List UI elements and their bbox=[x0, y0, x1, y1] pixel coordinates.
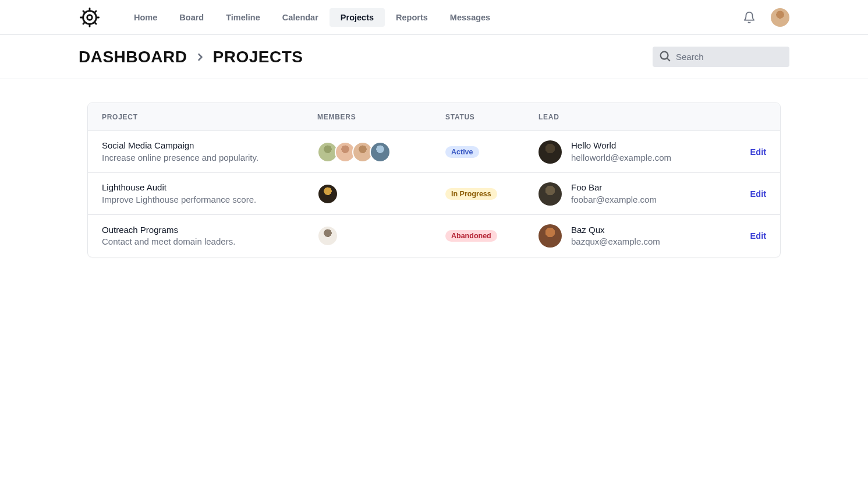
project-description: Improve Lighthouse performance score. bbox=[102, 194, 317, 206]
search-input[interactable] bbox=[653, 47, 789, 67]
user-avatar[interactable] bbox=[771, 8, 789, 27]
status-cell: Active bbox=[445, 146, 538, 158]
col-header-members: MEMBERS bbox=[317, 113, 445, 121]
content-area: PROJECT MEMBERS STATUS LEAD Social Media… bbox=[0, 79, 868, 281]
col-header-lead: LEAD bbox=[538, 113, 708, 121]
breadcrumb: DASHBOARD PROJECTS bbox=[79, 48, 303, 66]
project-cell: Lighthouse AuditImprove Lighthouse perfo… bbox=[102, 182, 317, 206]
edit-link[interactable]: Edit bbox=[750, 147, 766, 157]
lead-name: Hello World bbox=[571, 140, 671, 151]
primary-nav: HomeBoardTimelineCalendarProjectsReports… bbox=[123, 8, 501, 27]
lead-name: Baz Qux bbox=[571, 224, 660, 236]
nav-item-calendar[interactable]: Calendar bbox=[271, 8, 330, 27]
lead-cell: Foo Barfoobar@example.com bbox=[538, 182, 708, 206]
status-cell: Abandoned bbox=[445, 230, 538, 242]
project-name: Lighthouse Audit bbox=[102, 182, 317, 193]
bell-icon bbox=[743, 11, 756, 24]
members-cell bbox=[317, 183, 445, 204]
svg-line-9 bbox=[94, 10, 96, 12]
nav-item-home[interactable]: Home bbox=[123, 8, 168, 27]
project-cell: Outreach ProgramsContact and meet domain… bbox=[102, 224, 317, 248]
svg-line-8 bbox=[83, 22, 85, 24]
member-avatar[interactable] bbox=[370, 142, 391, 162]
action-cell: Edit bbox=[708, 147, 766, 157]
table-row: Outreach ProgramsContact and meet domain… bbox=[88, 215, 780, 257]
project-cell: Social Media CampaignIncrease online pre… bbox=[102, 140, 317, 164]
table-header-row: PROJECT MEMBERS STATUS LEAD bbox=[88, 103, 780, 131]
lead-email: bazqux@example.com bbox=[571, 236, 660, 248]
project-description: Contact and meet domain leaders. bbox=[102, 236, 317, 248]
nav-item-messages[interactable]: Messages bbox=[439, 8, 501, 27]
col-header-project: PROJECT bbox=[102, 113, 317, 121]
nav-item-projects[interactable]: Projects bbox=[330, 8, 385, 27]
edit-link[interactable]: Edit bbox=[750, 189, 766, 199]
lead-cell: Hello Worldhelloworld@example.com bbox=[538, 140, 708, 164]
nav-item-board[interactable]: Board bbox=[168, 8, 215, 27]
table-row: Social Media CampaignIncrease online pre… bbox=[88, 131, 780, 173]
status-badge: Active bbox=[445, 146, 479, 158]
lead-email: foobar@example.com bbox=[571, 194, 657, 206]
lead-name: Foo Bar bbox=[571, 182, 657, 193]
page-header: DASHBOARD PROJECTS bbox=[0, 35, 868, 79]
edit-link[interactable]: Edit bbox=[750, 231, 766, 241]
svg-line-4 bbox=[83, 10, 85, 12]
gear-icon bbox=[80, 8, 100, 27]
svg-point-1 bbox=[87, 15, 93, 20]
lead-avatar[interactable] bbox=[538, 182, 562, 206]
chevron-right-icon bbox=[194, 51, 206, 63]
lead-email: helloworld@example.com bbox=[571, 152, 671, 164]
lead-avatar[interactable] bbox=[538, 224, 562, 248]
members-cell bbox=[317, 225, 445, 246]
member-avatar[interactable] bbox=[317, 183, 338, 204]
nav-item-reports[interactable]: Reports bbox=[385, 8, 439, 27]
project-name: Social Media Campaign bbox=[102, 140, 317, 151]
col-header-status: STATUS bbox=[445, 113, 538, 121]
app-logo[interactable] bbox=[79, 6, 101, 29]
breadcrumb-item-dashboard[interactable]: DASHBOARD bbox=[79, 48, 187, 66]
table-row: Lighthouse AuditImprove Lighthouse perfo… bbox=[88, 173, 780, 215]
status-badge: Abandoned bbox=[445, 230, 497, 242]
member-avatar[interactable] bbox=[317, 225, 338, 246]
status-cell: In Progress bbox=[445, 188, 538, 200]
action-cell: Edit bbox=[708, 231, 766, 241]
lead-cell: Baz Quxbazqux@example.com bbox=[538, 224, 708, 248]
members-cell bbox=[317, 142, 445, 162]
project-description: Increase online presence and popularity. bbox=[102, 152, 317, 164]
status-badge: In Progress bbox=[445, 188, 497, 200]
action-cell: Edit bbox=[708, 189, 766, 199]
notifications-button[interactable] bbox=[741, 9, 758, 26]
projects-table: PROJECT MEMBERS STATUS LEAD Social Media… bbox=[87, 103, 781, 257]
breadcrumb-item-projects: PROJECTS bbox=[213, 48, 303, 66]
search-container bbox=[653, 47, 789, 67]
project-name: Outreach Programs bbox=[102, 224, 317, 236]
lead-avatar[interactable] bbox=[538, 140, 562, 164]
topbar-right bbox=[741, 8, 789, 27]
topbar: HomeBoardTimelineCalendarProjectsReports… bbox=[0, 0, 868, 35]
nav-item-timeline[interactable]: Timeline bbox=[215, 8, 271, 27]
svg-line-5 bbox=[94, 22, 96, 24]
